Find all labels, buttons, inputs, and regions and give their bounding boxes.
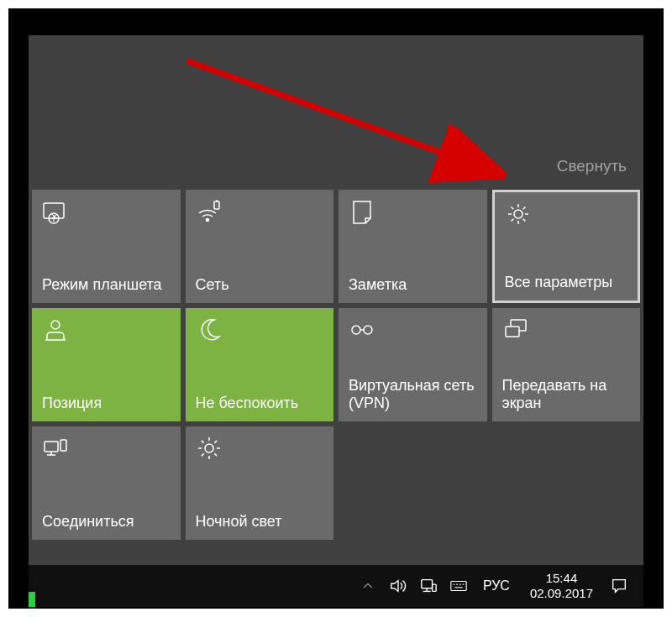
svg-point-2 xyxy=(206,219,208,222)
svg-rect-13 xyxy=(45,442,58,452)
svg-point-9 xyxy=(364,326,372,334)
location-icon xyxy=(42,316,69,343)
language-indicator[interactable]: РУС xyxy=(480,578,513,593)
svg-point-17 xyxy=(205,444,213,452)
svg-rect-24 xyxy=(451,582,466,591)
quick-actions-grid: Режим планшета Сеть xyxy=(32,190,640,540)
project-icon xyxy=(502,316,529,343)
wifi-icon xyxy=(196,198,223,225)
clock-time: 15:44 xyxy=(530,571,593,586)
svg-point-5 xyxy=(514,210,522,218)
tile-night-light[interactable]: Ночной свет xyxy=(186,426,334,540)
taskbar: РУС 15:44 02.09.2017 xyxy=(29,565,643,607)
action-center-panel: Свернуть Режим планшета xyxy=(29,35,643,565)
tile-label: Виртуальная сеть (VPN) xyxy=(349,377,477,413)
tile-network[interactable]: Сеть xyxy=(186,190,334,303)
tray-chevron-up-icon[interactable] xyxy=(359,577,377,595)
svg-rect-23 xyxy=(432,584,436,591)
tile-quiet-hours[interactable]: Не беспокоить xyxy=(186,308,334,421)
gear-icon xyxy=(505,201,532,227)
network-tray-icon[interactable] xyxy=(419,577,438,595)
tile-label: Не беспокоить xyxy=(196,395,324,413)
tablet-icon xyxy=(42,198,69,225)
tile-all-settings[interactable]: Все параметры xyxy=(492,190,641,303)
connect-icon xyxy=(42,435,69,462)
keyboard-icon[interactable] xyxy=(449,577,468,595)
tile-note[interactable]: Заметка xyxy=(339,190,487,303)
tile-label: Все параметры xyxy=(505,274,628,292)
tile-tablet-mode[interactable]: Режим планшета xyxy=(32,190,181,303)
svg-rect-16 xyxy=(60,440,66,451)
svg-point-8 xyxy=(352,326,360,334)
clock[interactable]: 15:44 02.09.2017 xyxy=(525,571,598,601)
tile-label: Позиция xyxy=(42,395,171,413)
tile-label: Ночной свет xyxy=(196,513,324,531)
tile-connect[interactable]: Соединиться xyxy=(32,426,181,540)
tile-label: Режим планшета xyxy=(42,276,171,295)
svg-rect-12 xyxy=(506,327,519,337)
sun-icon xyxy=(196,435,223,462)
svg-rect-3 xyxy=(214,201,219,209)
vpn-icon xyxy=(349,316,375,343)
collapse-link[interactable]: Свернуть xyxy=(557,157,627,175)
tile-vpn[interactable]: Виртуальная сеть (VPN) xyxy=(339,308,487,421)
moon-icon xyxy=(196,316,223,343)
svg-point-6 xyxy=(51,321,60,329)
screenshot-frame: Свернуть Режим планшета xyxy=(8,8,664,609)
tile-location[interactable]: Позиция xyxy=(32,308,181,421)
tile-label: Передавать на экран xyxy=(502,377,631,413)
green-sliver xyxy=(29,592,35,607)
tile-label: Сеть xyxy=(196,276,324,295)
action-center-icon[interactable] xyxy=(610,577,628,595)
volume-icon[interactable] xyxy=(389,577,407,595)
tile-label: Заметка xyxy=(349,276,477,295)
svg-rect-20 xyxy=(422,580,433,588)
tile-label: Соединиться xyxy=(42,513,171,531)
note-icon xyxy=(349,198,375,225)
clock-date: 02.09.2017 xyxy=(530,586,593,601)
tile-project[interactable]: Передавать на экран xyxy=(492,308,641,421)
